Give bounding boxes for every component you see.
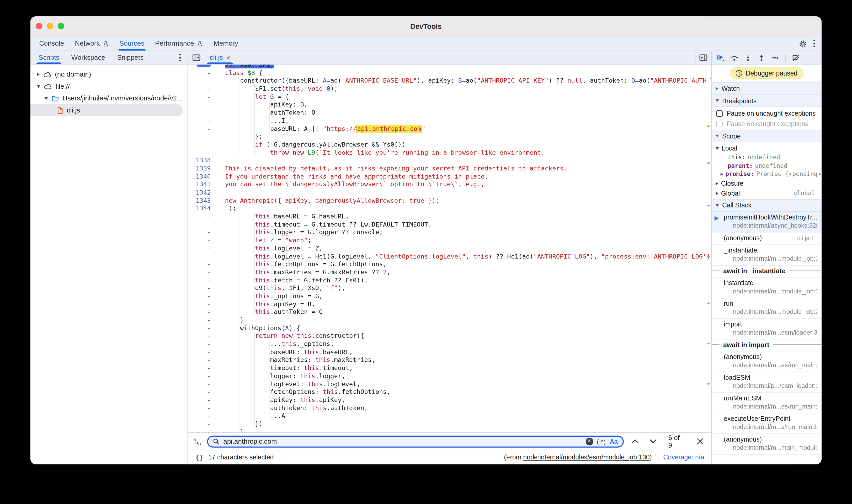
breakpoint-gutter[interactable]: 1342 [188, 188, 217, 196]
breakpoint-option[interactable]: Pause on uncaught exceptions [712, 108, 821, 118]
close-tab-icon[interactable]: × [226, 54, 230, 61]
code-text[interactable]: let Z = "warn"; [217, 236, 711, 244]
checkbox[interactable] [716, 110, 723, 116]
code-text[interactable]: }; [217, 133, 711, 141]
breakpoint-gutter[interactable]: 1340 [188, 173, 217, 180]
code-text[interactable]: var Xs0, $F1; [217, 65, 711, 69]
scope-section-header[interactable]: Scope [712, 130, 821, 142]
breakpoint-gutter[interactable]: - [188, 340, 217, 348]
code-text[interactable]: baseURL: this.baseURL, [217, 348, 711, 356]
code-text[interactable]: this.apiKey = B, [217, 300, 711, 308]
tree-item-folder[interactable]: Users/jinhuilee/.nvm/versions/node/v2... [31, 92, 188, 104]
breakpoint-gutter[interactable]: - [188, 372, 217, 380]
code-text[interactable]: }) [217, 420, 711, 428]
code-text[interactable]: this.fetch = G.fetch ?? Fs0(), [217, 276, 711, 284]
call-stack-frame[interactable]: instantiatenode:internal/m...module_job:… [712, 277, 821, 298]
navigator-more-icon[interactable] [179, 51, 188, 64]
editor-tab-clijs[interactable]: cli.js × [205, 51, 235, 64]
code-text[interactable]: baseURL: A || "https://api.anthropic.com… [217, 125, 711, 132]
scrollbar-match-mark[interactable] [707, 343, 710, 344]
code-text[interactable]: logger: this.logger, [217, 372, 711, 380]
breakpoint-gutter[interactable]: - [188, 236, 217, 244]
resume-script-icon[interactable] [717, 54, 724, 61]
breakpoint-gutter[interactable]: 1339 [188, 165, 217, 173]
breakpoint-gutter[interactable]: - [188, 69, 217, 76]
breakpoint-gutter[interactable]: - [188, 404, 217, 412]
code-text[interactable]: throw new L9(`It looks like you're runni… [217, 149, 711, 157]
scrollbar-match-mark[interactable] [707, 383, 710, 384]
call-stack-frame[interactable]: executeUserEntryPointnode:internal/m...s… [712, 413, 821, 434]
call-stack-frame[interactable]: _instantiatenode:internal/m...module_job… [712, 245, 821, 265]
step-icon[interactable] [771, 54, 779, 61]
scope-property[interactable]: promise:Promise {<pending>} [712, 170, 821, 178]
code-text[interactable]: timeout: this.timeout, [217, 364, 711, 372]
breakpoint-gutter[interactable]: - [188, 229, 217, 236]
breakpoint-gutter[interactable]: - [188, 85, 217, 93]
tab-memory[interactable]: Memory [208, 36, 244, 51]
breakpoint-gutter[interactable]: - [188, 356, 217, 364]
breakpoint-gutter[interactable]: - [188, 109, 217, 117]
code-text[interactable] [217, 157, 711, 164]
breakpoint-gutter[interactable]: - [188, 260, 217, 268]
step-into-icon[interactable] [744, 54, 751, 61]
deactivate-breakpoints-icon[interactable] [792, 54, 800, 61]
show-debugger-sidebar-icon[interactable] [695, 51, 711, 64]
call-stack-section-header[interactable]: Call Stack [712, 199, 821, 212]
code-text[interactable]: o9(this, $F1, Xs0, "f"), [217, 284, 711, 292]
scope-property[interactable]: parent:undefined [712, 162, 821, 170]
breakpoint-gutter[interactable]: - [188, 125, 217, 132]
breakpoint-gutter[interactable]: - [188, 316, 217, 324]
breakpoint-gutter[interactable]: - [188, 348, 217, 356]
code-text[interactable]: If you understand the risks and have app… [217, 173, 711, 180]
breakpoint-gutter[interactable]: - [188, 77, 217, 85]
step-over-icon[interactable] [731, 54, 738, 61]
coverage-link[interactable]: Coverage: n/a [663, 454, 704, 461]
breakpoint-gutter[interactable]: - [188, 284, 217, 292]
code-text[interactable]: $F1.set(this, void 0); [217, 85, 711, 93]
close-window-button[interactable] [36, 23, 42, 29]
close-search-icon[interactable] [694, 438, 706, 445]
breakpoint-gutter[interactable]: - [188, 420, 217, 428]
code-text[interactable]: class $8 { [217, 69, 711, 76]
code-text[interactable]: logLevel: this.logLevel, [217, 380, 711, 388]
code-text[interactable]: ...this._options, [217, 340, 711, 348]
regex-toggle[interactable]: (.*) [597, 438, 606, 445]
code-text[interactable]: return new this.constructor({ [217, 332, 711, 340]
scope-closure-row[interactable]: Closure [712, 178, 821, 188]
scrollbar-match-mark[interactable] [707, 256, 710, 257]
navigator-tab-scripts[interactable]: Scripts [33, 51, 65, 64]
breakpoint-gutter[interactable]: - [188, 292, 217, 300]
hide-navigator-icon[interactable] [188, 54, 205, 61]
breakpoint-gutter[interactable]: 1343 [188, 196, 217, 204]
breakpoint-gutter[interactable]: - [188, 268, 217, 276]
breakpoint-gutter[interactable]: 1338 [188, 157, 217, 164]
code-text[interactable]: this.logLevel = Hc1(G.logLevel, "ClientO… [217, 252, 711, 260]
code-text[interactable]: this.authToken = Q [217, 308, 711, 316]
breakpoint-gutter[interactable]: - [188, 396, 217, 404]
breakpoint-gutter[interactable]: - [188, 93, 217, 101]
code-text[interactable]: constructor({baseURL: A=ao("ANTHROPIC_BA… [217, 77, 711, 85]
call-stack-frame[interactable]: (anonymous)node:internal/m...es/run_main… [712, 351, 821, 372]
scope-local-row[interactable]: Local [712, 143, 821, 153]
call-stack-frame[interactable]: loadESMnode:internal/p.../esm_loader:34 [712, 372, 821, 393]
tab-sources[interactable]: Sources [114, 36, 149, 51]
breakpoint-gutter[interactable]: - [188, 101, 217, 109]
breakpoint-gutter[interactable]: - [188, 324, 217, 332]
breakpoint-gutter[interactable]: - [188, 220, 217, 228]
breakpoint-gutter[interactable]: - [188, 276, 217, 284]
breakpoint-gutter[interactable]: - [188, 141, 217, 148]
code-text[interactable]: this.timeout = G.timeout ?? Lw.DEFAULT_T… [217, 220, 711, 228]
code-text[interactable]: authToken: Q, [217, 109, 711, 117]
tree-item-file-scheme[interactable]: file:// [31, 80, 188, 93]
call-stack-frame[interactable]: runMainESMnode:internal/m...es/run_main:… [712, 393, 821, 413]
code-text[interactable]: this.maxRetries = G.maxRetries ?? 2, [217, 268, 711, 276]
breakpoint-gutter[interactable]: - [188, 300, 217, 308]
call-stack-frame[interactable]: (anonymous)cli.js:1 [712, 232, 821, 245]
breakpoint-gutter[interactable]: - [188, 412, 217, 420]
zoom-window-button[interactable] [58, 23, 64, 29]
code-text[interactable]: new Anthropic({ apiKey, dangerouslyAllow… [217, 196, 711, 204]
more-options-icon[interactable] [813, 40, 815, 47]
code-text[interactable]: this.baseURL = G.baseURL, [217, 212, 711, 220]
tab-console[interactable]: Console [34, 36, 69, 51]
code-text[interactable]: fetchOptions: this.fetchOptions, [217, 388, 711, 396]
